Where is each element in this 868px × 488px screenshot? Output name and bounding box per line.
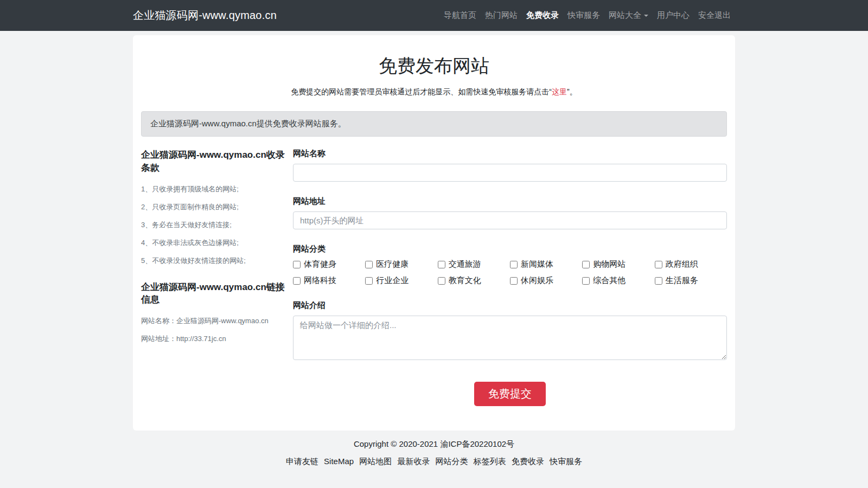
link-info-name-label: 网站名称： [141, 317, 176, 325]
subtitle-text: 免费提交的网站需要管理员审核通过后才能显示、如需快速免审核服务请点击“ [291, 87, 552, 96]
category-text: 交通旅游 [449, 259, 481, 269]
main-card: 免费发布网站 免费提交的网站需要管理员审核通过后才能显示、如需快速免审核服务请点… [133, 35, 735, 431]
category-text: 教育文化 [449, 275, 481, 286]
category-item-medical[interactable]: 医疗健康 [365, 259, 437, 269]
footer-link-categories[interactable]: 网站分类 [436, 457, 468, 466]
category-checkbox-education[interactable] [438, 277, 445, 285]
category-text: 体育健身 [304, 259, 336, 269]
page-subtitle: 免费提交的网站需要管理员审核通过后才能显示、如需快速免审核服务请点击“这里”。 [141, 87, 727, 97]
category-checkbox-shopping[interactable] [582, 261, 590, 268]
fast-review-link[interactable]: 这里 [552, 87, 567, 96]
footer-link-sitemap-en[interactable]: SiteMap [324, 457, 354, 466]
category-item-travel[interactable]: 交通旅游 [438, 259, 510, 269]
term-item-4: 4、不收录非法或灰色边缘网站; [141, 238, 285, 248]
category-checkbox-travel[interactable] [438, 261, 445, 268]
category-item-shopping[interactable]: 购物网站 [582, 259, 654, 269]
term-item-1: 1、只收录拥有顶级域名的网站; [141, 184, 285, 194]
category-checkbox-news[interactable] [510, 261, 518, 268]
link-info-url-value: http://33.71jc.cn [176, 335, 226, 343]
category-checkbox-industry[interactable] [365, 277, 373, 285]
category-text: 行业企业 [376, 275, 409, 286]
nav-item-site-directory[interactable]: 网站大全 [604, 6, 653, 25]
category-checkbox-other[interactable] [582, 277, 590, 285]
submit-button[interactable]: 免费提交 [474, 382, 546, 406]
category-checkbox-sports[interactable] [293, 261, 301, 268]
site-url-input[interactable] [293, 211, 727, 229]
intro-label: 网站介绍 [293, 300, 727, 311]
terms-sidebar: 企业猫源码网-www.qymao.cn收录条款 1、只收录拥有顶级域名的网站; … [141, 149, 293, 352]
category-text: 医疗健康 [376, 259, 409, 269]
category-item-life[interactable]: 生活服务 [655, 275, 727, 286]
intro-textarea[interactable] [293, 316, 727, 360]
category-item-government[interactable]: 政府组织 [655, 259, 727, 269]
term-item-3: 3、务必在当天做好友情连接; [141, 220, 285, 230]
category-text: 生活服务 [666, 275, 698, 286]
term-item-5: 5、不收录没做好友情连接的网站; [141, 256, 285, 266]
category-item-tech[interactable]: 网络科技 [293, 275, 365, 286]
site-name-input[interactable] [293, 164, 727, 182]
page-title: 免费发布网站 [141, 54, 727, 79]
category-item-leisure[interactable]: 休闲娱乐 [510, 275, 582, 286]
nav-item-home[interactable]: 导航首页 [439, 6, 481, 25]
footer-link-fast-review[interactable]: 快审服务 [550, 457, 582, 466]
category-checkbox-life[interactable] [655, 277, 662, 285]
category-grid: 体育健身 医疗健康 交通旅游 新闻媒体 购物网站 政府组织 网络科技 行业企业 … [293, 259, 727, 286]
nav-item-site-directory-label: 网站大全 [609, 10, 641, 20]
nav-item-user-center[interactable]: 用户中心 [653, 6, 694, 25]
footer-link-sitemap-cn[interactable]: 网站地图 [359, 457, 392, 466]
category-item-industry[interactable]: 行业企业 [365, 275, 437, 286]
site-url-label: 网站地址 [293, 196, 727, 207]
footer-link-free-listing[interactable]: 免费收录 [512, 457, 544, 466]
footer-link-tags[interactable]: 标签列表 [474, 457, 506, 466]
top-navbar: 企业猫源码网-www.qymao.cn 导航首页 热门网站 免费收录 快审服务 … [0, 0, 868, 31]
link-info-url-label: 网站地址： [141, 335, 176, 343]
category-text: 休闲娱乐 [521, 275, 553, 286]
icp-number: 渝ICP备20220102号 [440, 439, 514, 448]
link-info-name: 网站名称：企业猫源码网-www.qymao.cn [141, 316, 285, 326]
nav-item-logout[interactable]: 安全退出 [694, 6, 735, 25]
page-footer: Copyright © 2020-2021 渝ICP备20220102号 申请友… [0, 431, 868, 488]
nav-item-fast-review[interactable]: 快审服务 [563, 6, 604, 25]
subtitle-suffix: ”。 [567, 87, 577, 96]
nav-item-free-listing[interactable]: 免费收录 [522, 6, 563, 25]
nav-item-hot-sites[interactable]: 热门网站 [481, 6, 522, 25]
category-item-news[interactable]: 新闻媒体 [510, 259, 582, 269]
category-checkbox-government[interactable] [655, 261, 662, 268]
footer-link-latest[interactable]: 最新收录 [397, 457, 430, 466]
category-item-sports[interactable]: 体育健身 [293, 259, 365, 269]
category-text: 网络科技 [304, 275, 336, 286]
submit-form: 网站名称 网站地址 网站分类 体育健身 医疗健康 交通旅游 新闻媒体 购物网站 … [293, 149, 727, 406]
site-name-label: 网站名称 [293, 149, 727, 159]
category-checkbox-tech[interactable] [293, 277, 301, 285]
category-item-other[interactable]: 综合其他 [582, 275, 654, 286]
category-text: 购物网站 [593, 259, 626, 269]
footer-link-friend-links[interactable]: 申请友链 [286, 457, 318, 466]
site-brand[interactable]: 企业猫源码网-www.qymao.cn [133, 8, 277, 23]
copyright-line: Copyright © 2020-2021 渝ICP备20220102号 [0, 439, 868, 450]
terms-title: 企业猫源码网-www.qymao.cn收录条款 [141, 149, 285, 175]
chevron-down-icon [644, 15, 648, 17]
category-text: 新闻媒体 [521, 259, 553, 269]
category-item-education[interactable]: 教育文化 [438, 275, 510, 286]
info-alert: 企业猫源码网-www.qymao.cn提供免费收录网站服务。 [141, 111, 727, 137]
link-info-name-value: 企业猫源码网-www.qymao.cn [176, 317, 269, 325]
category-checkbox-leisure[interactable] [510, 277, 518, 285]
category-text: 政府组织 [666, 259, 698, 269]
link-info-url: 网站地址：http://33.71jc.cn [141, 334, 285, 344]
category-checkbox-medical[interactable] [365, 261, 373, 268]
category-label: 网站分类 [293, 244, 727, 254]
term-item-2: 2、只收录页面制作精良的网站; [141, 202, 285, 212]
link-info-title: 企业猫源码网-www.qymao.cn链接信息 [141, 281, 285, 307]
copyright-text: Copyright © 2020-2021 [354, 439, 441, 448]
category-text: 综合其他 [593, 275, 626, 286]
main-nav: 导航首页 热门网站 免费收录 快审服务 网站大全 用户中心 安全退出 [439, 6, 735, 25]
footer-links: 申请友链 SiteMap 网站地图 最新收录 网站分类 标签列表 免费收录 快审… [0, 457, 868, 467]
